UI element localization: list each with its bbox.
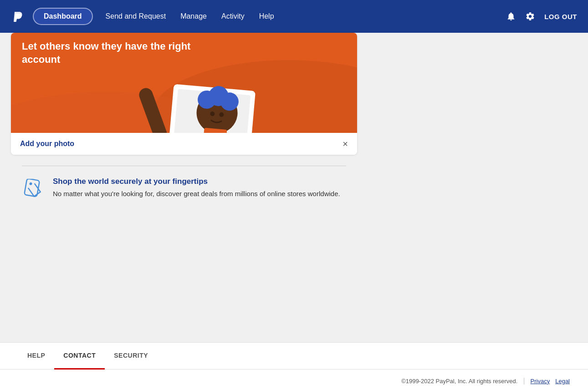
svg-point-14 <box>29 182 32 185</box>
promo-close-button[interactable]: × <box>343 139 348 148</box>
promo-bottom: Add your photo × <box>11 133 357 155</box>
notifications-button[interactable] <box>506 11 516 21</box>
footer-pipe: | <box>523 377 525 385</box>
nav-help[interactable]: Help <box>259 12 274 20</box>
footer-bottom: ©1999-2022 PayPal, Inc. All rights reser… <box>0 370 588 390</box>
promo-title: Let others know they have the right acco… <box>22 40 204 66</box>
add-photo-link[interactable]: Add your photo <box>20 140 74 148</box>
nav-icons: LOG OUT <box>506 11 577 21</box>
logout-button[interactable]: LOG OUT <box>544 13 577 20</box>
footer-privacy-link[interactable]: Privacy <box>531 378 550 385</box>
nav-activity[interactable]: Activity <box>221 12 245 20</box>
navbar: Dashboard Send and Request Manage Activi… <box>0 0 588 33</box>
footer-tab-contact[interactable]: CONTACT <box>54 343 105 370</box>
promo-image: Let others know they have the right acco… <box>11 33 357 133</box>
nav-manage[interactable]: Manage <box>180 12 207 20</box>
paypal-logo <box>11 9 26 24</box>
settings-button[interactable] <box>525 11 535 21</box>
footer-legal-link[interactable]: Legal <box>555 378 570 385</box>
promo-card: Let others know they have the right acco… <box>11 33 357 155</box>
shop-title: Shop the world securely at your fingerti… <box>53 177 340 186</box>
footer-tab-security[interactable]: SECURITY <box>105 343 157 370</box>
dashboard-button[interactable]: Dashboard <box>33 8 93 25</box>
footer: HELP CONTACT SECURITY ©1999-2022 PayPal,… <box>0 342 588 390</box>
section-divider <box>22 166 346 166</box>
shop-text: Shop the world securely at your fingerti… <box>53 177 340 199</box>
footer-tabs: HELP CONTACT SECURITY <box>0 343 588 370</box>
main-content: Let others know they have the right acco… <box>0 33 588 342</box>
promo-section: Let others know they have the right acco… <box>11 33 357 223</box>
shop-body: No matter what you're looking for, disco… <box>53 189 340 199</box>
shop-section: Shop the world securely at your fingerti… <box>22 177 346 223</box>
footer-tab-help[interactable]: HELP <box>18 343 54 370</box>
shop-icon <box>22 179 46 204</box>
footer-copyright: ©1999-2022 PayPal, Inc. All rights reser… <box>401 378 517 385</box>
nav-send-request[interactable]: Send and Request <box>106 12 166 20</box>
